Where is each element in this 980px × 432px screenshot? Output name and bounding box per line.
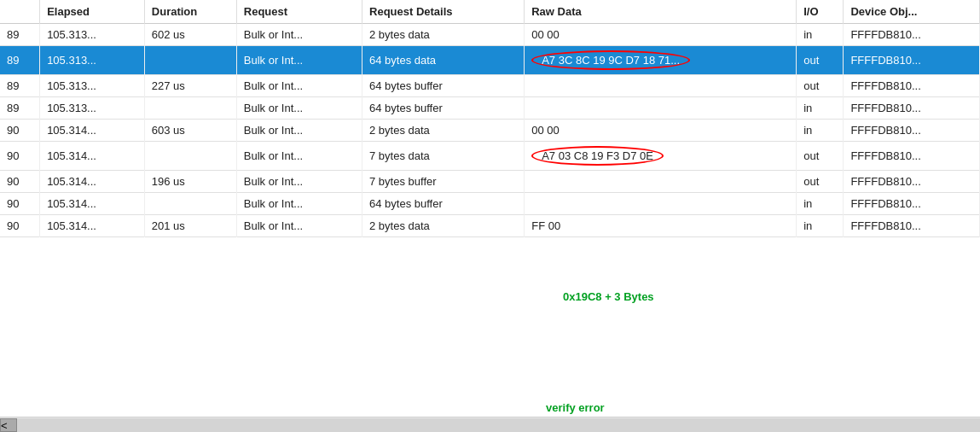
annotation-bytes: 0x19C8 + 3 Bytes — [563, 290, 654, 303]
cell-details: 64 bytes buffer — [362, 75, 525, 97]
cell-raw — [525, 75, 797, 97]
cell-device: FFFFDB810... — [844, 97, 980, 120]
cell-io: in — [797, 215, 844, 237]
cell-raw: A7 3C 8C 19 9C D7 18 71... — [525, 46, 797, 75]
cell-device: FFFFDB810... — [844, 46, 980, 75]
cell-num: 90 — [0, 215, 40, 237]
cell-elapsed: 105.314... — [40, 171, 145, 193]
cell-details: 2 bytes data — [362, 24, 525, 46]
col-header-details: Request Details — [362, 0, 525, 24]
cell-device: FFFFDB810... — [844, 24, 980, 46]
cell-num: 90 — [0, 171, 40, 193]
cell-request: Bulk or Int... — [236, 75, 362, 97]
scroll-track[interactable] — [17, 418, 980, 432]
raw-data-circled: A7 03 C8 19 F3 D7 0E — [531, 146, 664, 166]
cell-num: 89 — [0, 97, 40, 120]
cell-duration — [144, 193, 236, 215]
cell-elapsed: 105.313... — [40, 97, 145, 120]
data-table: Elapsed Duration Request Request Details… — [0, 0, 980, 237]
cell-details: 64 bytes data — [362, 46, 525, 75]
table-row[interactable]: 90105.314...Bulk or Int...64 bytes buffe… — [0, 193, 980, 215]
table-row[interactable]: 89105.313...Bulk or Int...64 bytes buffe… — [0, 97, 980, 120]
cell-device: FFFFDB810... — [844, 75, 980, 97]
cell-io: out — [797, 171, 844, 193]
table-row[interactable]: 89105.313...Bulk or Int...64 bytes dataA… — [0, 46, 980, 75]
cell-raw — [525, 171, 797, 193]
cell-details: 64 bytes buffer — [362, 97, 525, 120]
cell-device: FFFFDB810... — [844, 193, 980, 215]
scroll-left-arrow[interactable]: < — [0, 418, 17, 432]
header-row: Elapsed Duration Request Request Details… — [0, 0, 980, 24]
col-header-raw: Raw Data — [525, 0, 797, 24]
table-row[interactable]: 90105.314...Bulk or Int...7 bytes dataA7… — [0, 142, 980, 171]
cell-details: 7 bytes buffer — [362, 171, 525, 193]
cell-num: 90 — [0, 120, 40, 142]
cell-request: Bulk or Int... — [236, 24, 362, 46]
col-header-io: I/O — [797, 0, 844, 24]
cell-request: Bulk or Int... — [236, 46, 362, 75]
cell-io: in — [797, 97, 844, 120]
table-row[interactable]: 89105.313...227 usBulk or Int...64 bytes… — [0, 75, 980, 97]
cell-details: 7 bytes data — [362, 142, 525, 171]
cell-io: out — [797, 75, 844, 97]
cell-duration: 227 us — [144, 75, 236, 97]
cell-raw: 00 00 — [525, 24, 797, 46]
cell-device: FFFFDB810... — [844, 171, 980, 193]
cell-duration — [144, 46, 236, 75]
cell-request: Bulk or Int... — [236, 171, 362, 193]
cell-request: Bulk or Int... — [236, 193, 362, 215]
cell-raw: A7 03 C8 19 F3 D7 0E — [525, 142, 797, 171]
col-header-num — [0, 0, 40, 24]
cell-raw: FF 00 — [525, 215, 797, 237]
cell-elapsed: 105.314... — [40, 120, 145, 142]
cell-details: 2 bytes data — [362, 215, 525, 237]
cell-request: Bulk or Int... — [236, 120, 362, 142]
cell-request: Bulk or Int... — [236, 215, 362, 237]
cell-raw — [525, 193, 797, 215]
cell-elapsed: 105.314... — [40, 193, 145, 215]
col-header-dev: Device Obj... — [844, 0, 980, 24]
table-row[interactable]: 90105.314...603 usBulk or Int...2 bytes … — [0, 120, 980, 142]
cell-elapsed: 105.313... — [40, 46, 145, 75]
cell-request: Bulk or Int... — [236, 97, 362, 120]
cell-num: 90 — [0, 142, 40, 171]
cell-elapsed: 105.313... — [40, 24, 145, 46]
table-row[interactable]: 90105.314...201 usBulk or Int...2 bytes … — [0, 215, 980, 237]
cell-device: FFFFDB810... — [844, 215, 980, 237]
cell-elapsed: 105.314... — [40, 215, 145, 237]
cell-duration — [144, 142, 236, 171]
cell-num: 89 — [0, 46, 40, 75]
cell-request: Bulk or Int... — [236, 142, 362, 171]
cell-details: 64 bytes buffer — [362, 193, 525, 215]
col-header-duration: Duration — [144, 0, 236, 24]
cell-duration: 196 us — [144, 171, 236, 193]
cell-elapsed: 105.313... — [40, 75, 145, 97]
cell-io: in — [797, 193, 844, 215]
cell-device: FFFFDB810... — [844, 142, 980, 171]
cell-io: out — [797, 46, 844, 75]
cell-num: 89 — [0, 24, 40, 46]
cell-raw — [525, 97, 797, 120]
main-table-container: Elapsed Duration Request Request Details… — [0, 0, 980, 432]
cell-details: 2 bytes data — [362, 120, 525, 142]
table-row[interactable]: 89105.313...602 usBulk or Int...2 bytes … — [0, 24, 980, 46]
cell-duration: 201 us — [144, 215, 236, 237]
cell-elapsed: 105.314... — [40, 142, 145, 171]
cell-io: out — [797, 142, 844, 171]
cell-device: FFFFDB810... — [844, 120, 980, 142]
annotation-verify: verify error — [546, 401, 605, 414]
horizontal-scrollbar[interactable]: < — [0, 417, 980, 432]
raw-data-circled: A7 3C 8C 19 9C D7 18 71... — [531, 50, 690, 70]
cell-duration — [144, 97, 236, 120]
table-body: 89105.313...602 usBulk or Int...2 bytes … — [0, 24, 980, 237]
cell-duration: 603 us — [144, 120, 236, 142]
cell-num: 89 — [0, 75, 40, 97]
cell-io: in — [797, 120, 844, 142]
cell-num: 90 — [0, 193, 40, 215]
table-row[interactable]: 90105.314...196 usBulk or Int...7 bytes … — [0, 171, 980, 193]
cell-io: in — [797, 24, 844, 46]
col-header-request: Request — [236, 0, 362, 24]
col-header-elapsed: Elapsed — [40, 0, 145, 24]
cell-raw: 00 00 — [525, 120, 797, 142]
cell-duration: 602 us — [144, 24, 236, 46]
